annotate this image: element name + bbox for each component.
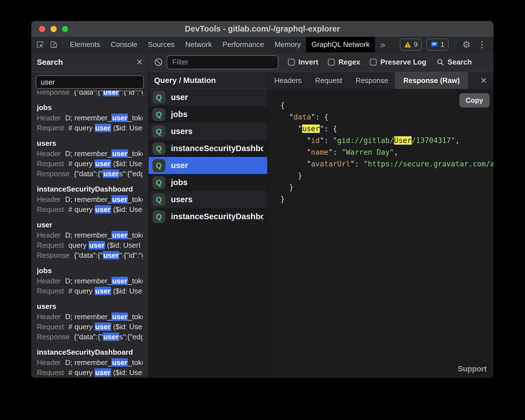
query-list-item-user[interactable]: Quser: [149, 157, 267, 174]
query-type-icon: Q: [152, 125, 165, 138]
result-row-label: Request: [37, 241, 64, 249]
filter-input[interactable]: [167, 55, 278, 69]
invert-checkbox[interactable]: [288, 59, 295, 66]
search-input[interactable]: [36, 75, 144, 89]
search-match-highlight: user: [111, 358, 128, 367]
query-list-item-jobs[interactable]: Qjobs: [149, 106, 267, 123]
query-list-item-instancesecuritydashboard[interactable]: QinstanceSecurityDashboard: [149, 140, 267, 157]
close-window-button[interactable]: [39, 26, 45, 32]
toolbar-icons: [31, 37, 61, 52]
search-result-row[interactable]: Request# query user ($id: UserI: [37, 123, 143, 133]
search-result-row[interactable]: Response{"data":{"user":{"id":"gid: [37, 90, 143, 97]
search-result-row[interactable]: HeaderD; remember_user_token=e: [37, 357, 143, 367]
message-icon: [431, 41, 438, 48]
search-match-highlight: user: [95, 205, 111, 214]
close-search-icon[interactable]: ×: [137, 58, 143, 66]
search-result-row[interactable]: HeaderD; remember_user_token=e: [37, 276, 143, 286]
search-result-row[interactable]: HeaderD; remember_user_token=e: [37, 194, 143, 204]
search-result-row[interactable]: Response{"data":{"users":{"edges: [37, 169, 143, 179]
search-result-row[interactable]: Request# query user ($id: UserI: [37, 204, 143, 214]
search-icon: [436, 58, 444, 66]
search-result-row[interactable]: HeaderD; remember_user_token=e: [37, 230, 143, 240]
tab-graphql-network[interactable]: GraphQL Network: [306, 37, 375, 52]
search-result-row[interactable]: Response{"data":{"users":{"edges: [37, 332, 143, 342]
query-mutation-panel: Query / Mutation QuserQjobsQusersQinstan…: [149, 72, 268, 378]
query-name: users: [171, 195, 192, 204]
query-list-item-users[interactable]: Qusers: [149, 191, 267, 208]
result-row-label: Response: [37, 170, 70, 178]
search-panel-title: Search: [37, 58, 137, 67]
search-match-highlight: user: [111, 231, 128, 239]
tab-console[interactable]: Console: [105, 37, 142, 52]
tab-performance[interactable]: Performance: [217, 37, 269, 52]
search-match-highlight: user: [95, 124, 111, 132]
search-result-row[interactable]: Request# query user ($id: UserI: [37, 286, 143, 296]
search-result-row[interactable]: HeaderD; remember_user_token=e: [37, 149, 143, 159]
zoom-window-button[interactable]: [62, 26, 68, 32]
search-result-row[interactable]: Request# query user ($id: UserI: [37, 322, 143, 332]
warnings-badge[interactable]: 9: [400, 39, 422, 51]
search-match-highlight: user: [95, 287, 111, 295]
json-line: "id": "gid://gitlab/User/13704317",: [280, 135, 493, 146]
detail-tab-headers[interactable]: Headers: [268, 72, 308, 89]
tab-elements[interactable]: Elements: [65, 37, 105, 52]
query-list-item-instancesecuritydashboard[interactable]: QinstanceSecurityDashboard: [149, 208, 267, 225]
result-row-label: Response: [37, 90, 70, 96]
minimize-window-button[interactable]: [51, 26, 57, 32]
result-row-label: Response: [37, 333, 70, 341]
toolbar-right: 9 1 ⚙ ⋮: [400, 37, 493, 52]
search-result-row[interactable]: HeaderD; remember_user_token=e: [37, 113, 143, 123]
regex-checkbox[interactable]: [328, 59, 335, 66]
query-list-item-jobs[interactable]: Qjobs: [149, 174, 267, 191]
json-line: "data": {: [280, 111, 493, 123]
search-match-highlight: user: [103, 90, 119, 96]
result-row-label: Response: [37, 251, 70, 259]
json-line: }: [280, 193, 493, 205]
query-type-icon: Q: [152, 193, 165, 206]
tab-memory[interactable]: Memory: [269, 37, 306, 52]
device-toolbar-icon[interactable]: [50, 41, 58, 48]
detail-tab-request[interactable]: Request: [308, 72, 349, 89]
issues-badge[interactable]: 1: [426, 39, 449, 51]
json-response: { "data": { "user": { "id": "gid://gitla…: [280, 99, 493, 205]
warning-count: 9: [414, 40, 418, 49]
result-row-label: Header: [37, 312, 61, 321]
preserve-log-checkbox[interactable]: [370, 59, 377, 66]
regex-label: Regex: [338, 58, 360, 66]
search-match-highlight: user: [111, 114, 128, 122]
copy-button[interactable]: Copy: [459, 93, 490, 108]
more-tabs-icon[interactable]: »: [375, 37, 390, 52]
search-match-highlight: user: [111, 312, 128, 321]
detail-tab-response-raw[interactable]: Response (Raw): [395, 72, 468, 89]
panel-tabs: ElementsConsoleSourcesNetworkPerformance…: [65, 37, 375, 52]
query-type-icon: Q: [152, 176, 165, 189]
search-result-row[interactable]: Request# query user ($id: UserI: [37, 159, 143, 169]
traffic-lights: [39, 21, 68, 37]
search-result-group-title: jobs: [37, 102, 143, 113]
search-toggle[interactable]: Search: [436, 58, 472, 66]
search-result-row[interactable]: Request# query user ($id: UserI: [37, 367, 143, 378]
clear-log-icon[interactable]: [155, 58, 162, 66]
search-result-row[interactable]: Requestquery user ($id: UserI: [37, 240, 143, 250]
query-list-item-user[interactable]: Quser: [149, 89, 267, 106]
query-list-item-users[interactable]: Qusers: [149, 123, 267, 140]
query-name: users: [171, 127, 192, 136]
search-panel: Search × Response{"data":{"user":{"id":"…: [31, 52, 149, 378]
tab-network[interactable]: Network: [180, 37, 217, 52]
inspect-element-icon[interactable]: [36, 41, 44, 48]
detail-tab-response[interactable]: Response: [349, 72, 395, 89]
search-result-row[interactable]: HeaderD; remember_user_token=e: [37, 312, 143, 322]
kebab-menu-icon[interactable]: ⋮: [476, 40, 488, 49]
tab-sources[interactable]: Sources: [143, 37, 180, 52]
result-row-label: Header: [37, 195, 61, 204]
json-line: "avatarUrl": "https://secure.gravatar.co…: [280, 158, 493, 170]
support-link[interactable]: Support: [458, 365, 487, 373]
search-result-row[interactable]: Response{"data":{"user":{"id":"gid: [37, 250, 143, 260]
detail-panel: HeadersRequestResponseResponse (Raw)× Co…: [268, 72, 493, 378]
json-line: }: [280, 170, 493, 182]
detail-tabs: HeadersRequestResponseResponse (Raw)×: [268, 72, 493, 89]
network-filter-bar: Invert Regex Preserve Log Search: [149, 52, 493, 72]
query-type-icon: Q: [152, 108, 165, 121]
close-detail-icon[interactable]: ×: [481, 76, 493, 85]
settings-gear-icon[interactable]: ⚙: [461, 40, 472, 49]
